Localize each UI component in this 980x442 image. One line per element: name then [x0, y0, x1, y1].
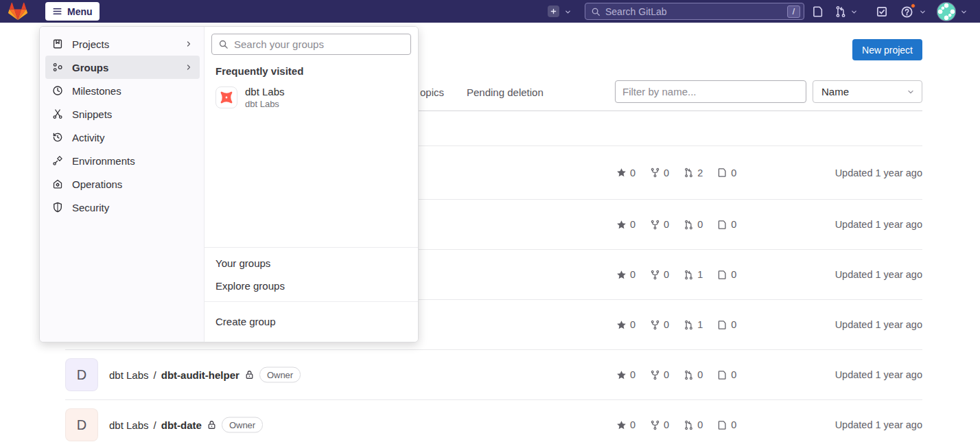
merge-requests-stat[interactable]: 2: [684, 167, 703, 178]
star-icon: [616, 320, 627, 330]
gitlab-logo-icon[interactable]: [8, 2, 27, 21]
table-row: D dbt Labs / dbt-audit-helper Owner 0 0 …: [65, 349, 922, 399]
lock-icon: [244, 370, 255, 380]
menu-button[interactable]: Menu: [45, 2, 100, 21]
new-project-button[interactable]: New project: [852, 39, 922, 60]
stars-stat[interactable]: 0: [616, 419, 635, 430]
star-icon: [616, 370, 627, 380]
menu-item-operations[interactable]: Operations: [45, 172, 200, 196]
star-icon: [616, 270, 627, 280]
menu-item-groups[interactable]: Groups: [45, 56, 200, 79]
issues-stat[interactable]: 0: [717, 269, 736, 280]
stars-stat[interactable]: 0: [616, 167, 635, 178]
issues-stat[interactable]: 0: [717, 319, 736, 330]
explore-groups-link[interactable]: Explore groups: [205, 275, 418, 297]
sort-dropdown-value: Name: [821, 86, 907, 97]
forks-stat[interactable]: 0: [650, 167, 669, 178]
chevron-down-icon: [907, 88, 915, 96]
merge-requests-stat[interactable]: 0: [684, 369, 703, 380]
dbt-labs-logo-icon: [215, 86, 237, 108]
project-name[interactable]: dbt Labs / dbt-date Owner: [109, 417, 263, 433]
issues-stat[interactable]: 0: [717, 219, 736, 230]
owner-badge: Owner: [222, 417, 263, 433]
fork-icon: [650, 420, 660, 430]
stars-stat[interactable]: 0: [616, 369, 635, 380]
group-title: dbt Labs: [245, 86, 285, 97]
menu-item-activity[interactable]: Activity: [45, 126, 200, 149]
forks-stat[interactable]: 0: [650, 319, 669, 330]
your-groups-link[interactable]: Your groups: [205, 252, 418, 275]
project-stats: 0 0 1 0: [616, 319, 736, 330]
menu-item-projects[interactable]: Projects: [45, 32, 200, 56]
fork-icon: [650, 167, 660, 178]
menu-item-environments[interactable]: Environments: [45, 149, 200, 172]
issues-stat[interactable]: 0: [717, 369, 736, 380]
owner-badge: Owner: [259, 367, 301, 383]
project-name[interactable]: dbt Labs / dbt-audit-helper Owner: [109, 367, 301, 383]
merge-requests-icon[interactable]: [835, 5, 847, 18]
updated-timestamp: Updated 1 year ago: [835, 269, 922, 280]
help-chevron-down-icon[interactable]: [919, 8, 926, 16]
merge-requests-stat[interactable]: 0: [684, 219, 703, 230]
chevron-right-icon: [185, 40, 193, 48]
merge-requests-chevron-down-icon[interactable]: [850, 8, 858, 16]
stars-stat[interactable]: 0: [616, 319, 635, 330]
search-icon: [218, 39, 229, 49]
help-notification-dot: [911, 3, 915, 8]
user-menu-chevron-down-icon[interactable]: [960, 8, 968, 16]
merge-request-icon: [684, 220, 694, 230]
project-avatar[interactable]: D: [65, 408, 98, 441]
forks-stat[interactable]: 0: [650, 219, 669, 230]
todos-check-icon[interactable]: [876, 5, 888, 18]
star-icon: [616, 220, 627, 230]
star-icon: [616, 167, 627, 178]
new-menu-button[interactable]: [548, 5, 559, 17]
updated-timestamp: Updated 1 year ago: [835, 419, 922, 430]
create-group-link[interactable]: Create group: [205, 306, 418, 336]
updated-timestamp: Updated 1 year ago: [835, 369, 922, 380]
user-avatar[interactable]: [937, 3, 955, 21]
merge-requests-stat[interactable]: 1: [684, 269, 703, 280]
fork-icon: [650, 220, 660, 230]
project-avatar[interactable]: D: [65, 358, 98, 391]
issues-icon: [717, 270, 727, 280]
forks-stat[interactable]: 0: [650, 369, 669, 380]
filter-by-name-input[interactable]: [615, 80, 806, 103]
shield-icon: [52, 202, 63, 213]
merge-requests-stat[interactable]: 1: [684, 319, 703, 330]
table-row: D dbt Labs / dbt-date Owner 0 0 0 0 Upda…: [65, 399, 922, 442]
merge-requests-stat[interactable]: 0: [684, 419, 703, 430]
group-subtitle: dbt Labs: [245, 99, 285, 109]
issues-icon: [717, 370, 727, 380]
issues-icon: [717, 320, 727, 330]
issues-stat[interactable]: 0: [717, 419, 736, 430]
global-search-field[interactable]: Search GitLab /: [585, 3, 804, 20]
sort-dropdown[interactable]: Name: [813, 80, 922, 103]
project-title: dbt-date: [161, 419, 202, 431]
fork-icon: [650, 370, 660, 380]
menu-dropdown: Projects Groups Milestones Snippets Acti…: [39, 26, 419, 342]
new-menu-chevron-down-icon[interactable]: [564, 8, 572, 16]
forks-stat[interactable]: 0: [650, 269, 669, 280]
history-icon: [52, 132, 63, 143]
menu-item-milestones[interactable]: Milestones: [45, 79, 200, 102]
stars-stat[interactable]: 0: [616, 269, 635, 280]
merge-request-icon: [684, 167, 694, 178]
search-groups-input[interactable]: Search your groups: [211, 34, 411, 55]
tab-pending-deletion[interactable]: Pending deletion: [467, 86, 544, 98]
hamburger-icon: [52, 6, 62, 16]
menu-item-security[interactable]: Security: [45, 196, 200, 219]
stars-stat[interactable]: 0: [616, 219, 635, 230]
tab-topics[interactable]: opics: [420, 86, 444, 98]
frequent-group-dbt-labs[interactable]: dbt Labs dbt Labs: [215, 86, 407, 109]
forks-stat[interactable]: 0: [650, 419, 669, 430]
plus-icon: [549, 7, 558, 16]
menu-item-snippets[interactable]: Snippets: [45, 102, 200, 126]
updated-timestamp: Updated 1 year ago: [835, 219, 922, 230]
scissors-icon: [52, 108, 63, 119]
project-title: dbt-audit-helper: [161, 369, 240, 381]
search-icon: [591, 7, 600, 16]
issues-stat[interactable]: 0: [717, 167, 736, 178]
issues-icon[interactable]: [812, 5, 824, 18]
merge-request-icon: [684, 270, 694, 280]
